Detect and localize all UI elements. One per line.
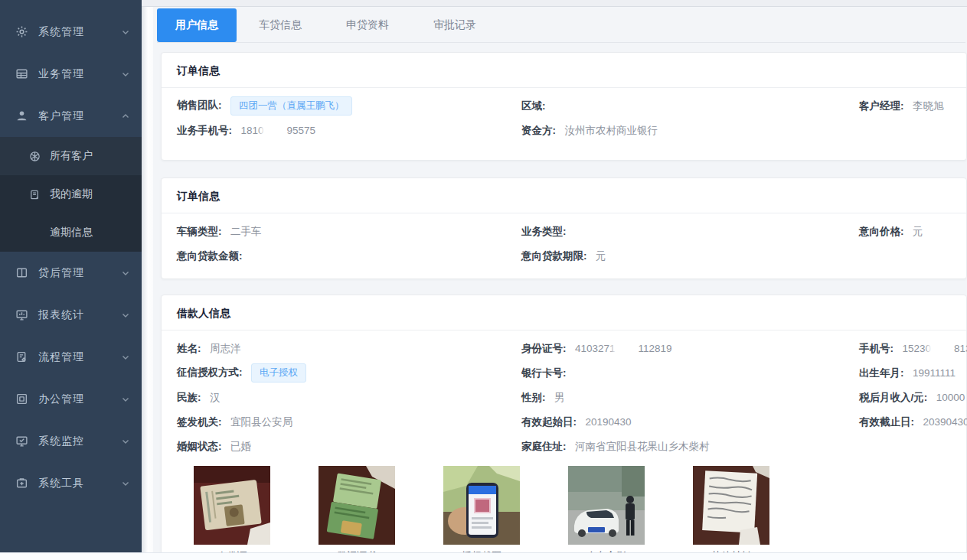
vehicle-type-label: 车辆类型:: [177, 226, 222, 237]
sidebar-item-system-tools[interactable]: 系统工具: [0, 462, 142, 504]
gear-icon: [15, 25, 28, 38]
person-with-car-photo-thumbnail[interactable]: [568, 466, 645, 545]
intent-loan-term-value: 元: [596, 250, 606, 262]
valid-from-value: 20190430: [585, 416, 631, 428]
chevron-down-icon: [122, 480, 129, 487]
detail-tab-bar: 用户信息 车贷信息 申贷资料 审批记录: [157, 8, 965, 43]
sidebar-item-label: 系统监控: [38, 435, 122, 448]
chevron-up-icon: [122, 112, 129, 120]
id-number-label: 身份证号:: [521, 343, 567, 354]
office-icon: [15, 392, 28, 405]
sidebar-item-office-management[interactable]: 办公管理: [0, 378, 142, 420]
business-phone-value: 181095575: [240, 125, 315, 136]
tab-loan-application-docs[interactable]: 申贷资料: [324, 8, 411, 42]
gender-value: 男: [554, 392, 565, 403]
authorization-screenshot-image: [443, 466, 520, 545]
intent-loan-amount-label: 意向贷款金额:: [177, 250, 243, 262]
overdue-book-icon: [29, 189, 41, 200]
redaction-blur: [264, 125, 287, 135]
tab-car-loan-info[interactable]: 车贷信息: [237, 8, 324, 42]
sidebar-subitem-my-overdue[interactable]: 我的逾期: [0, 175, 142, 213]
workflow-icon: [15, 350, 28, 363]
name-value: 周志洋: [210, 343, 241, 354]
authorization-screenshot-thumbnail[interactable]: [443, 466, 520, 545]
handwritten-document-photo-image: [693, 466, 769, 545]
customers-icon: [29, 151, 41, 162]
region-label: 区域:: [521, 100, 546, 112]
birth-date-value: 19911111: [913, 367, 956, 379]
id-number-value: 4103271112819: [575, 343, 672, 354]
marital-status-label: 婚姻状态:: [177, 441, 222, 452]
sidebar-item-label: 办公管理: [38, 392, 122, 406]
card-title: 借款人信息: [162, 295, 966, 330]
sidebar-item-report-statistics[interactable]: 报表统计: [0, 294, 142, 336]
toolbox-icon: [15, 477, 28, 490]
customer-management-submenu: 所有客户 我的逾期 逾期信息: [0, 137, 142, 252]
birth-date-label: 出生年月:: [859, 367, 904, 379]
sidebar-item-customer-management[interactable]: 客户管理: [0, 95, 142, 137]
valid-to-value: 20390430: [923, 416, 967, 428]
bank-card-label: 银行卡号:: [521, 367, 567, 379]
redaction-blur: [931, 343, 954, 353]
chevron-down-icon: [122, 70, 129, 78]
app-window: 系统管理 业务管理 客户管理 所有客户 我的逾期 逾期信息: [0, 0, 967, 560]
card-title: 订单信息: [162, 53, 966, 88]
monthly-income-label: 税后月收入/元:: [859, 392, 927, 403]
sidebar-item-label: 客户管理: [38, 109, 122, 123]
valid-to-label: 有效截止日:: [859, 416, 914, 428]
handwritten-document-photo-thumbnail[interactable]: [693, 466, 769, 545]
vehicle-registration-photo-thumbnail[interactable]: [319, 466, 395, 545]
sidebar-item-label: 报表统计: [38, 308, 122, 322]
mobile-label: 手机号:: [859, 343, 893, 354]
id-card-photo-thumbnail[interactable]: [194, 466, 270, 545]
order-info-card-1: 订单信息 销售团队: 四团一营（直属王鹏飞） 区域: 客户经理: 李晓旭 业务手…: [161, 52, 967, 161]
redaction-blur: [616, 343, 639, 353]
sidebar-scroll-gutter: [142, 0, 153, 560]
user-icon: [15, 109, 28, 122]
horizontal-scrollbar-track[interactable]: [0, 552, 967, 560]
intent-price-value: 元: [913, 226, 923, 237]
sidebar-item-business-management[interactable]: 业务管理: [0, 53, 142, 95]
home-address-value: 河南省宜阳县花果山乡木柴村: [575, 441, 710, 452]
sidebar-subitem-all-customers[interactable]: 所有客户: [0, 137, 142, 175]
monitor-check-icon: [15, 435, 28, 448]
credit-auth-label: 征信授权方式:: [177, 366, 243, 378]
sales-team-tag[interactable]: 四团一营（直属王鹏飞）: [230, 96, 353, 116]
account-manager-label: 客户经理:: [859, 100, 904, 112]
sidebar-item-label: 流程管理: [38, 350, 122, 364]
ethnicity-label: 民族:: [177, 392, 201, 403]
business-phone-label: 业务手机号:: [177, 125, 232, 136]
tab-user-info[interactable]: 用户信息: [157, 8, 237, 42]
sidebar: 系统管理 业务管理 客户管理 所有客户 我的逾期 逾期信息: [0, 0, 142, 560]
home-address-label: 家庭住址:: [521, 441, 567, 452]
issuing-authority-value: 宜阳县公安局: [230, 416, 292, 428]
order-info-card-2: 订单信息 车辆类型: 二手车 业务类型: 意向价格: 元 意向贷款金额:: [161, 177, 967, 279]
name-label: 姓名:: [177, 343, 201, 354]
intent-loan-term-label: 意向贷款期限:: [521, 250, 587, 262]
credit-auth-tag[interactable]: 电子授权: [251, 363, 306, 383]
sidebar-item-label: 系统管理: [38, 25, 122, 39]
account-manager-value: 李晓旭: [913, 100, 944, 112]
monthly-income-value: 10000: [936, 392, 965, 403]
ethnicity-value: 汉: [210, 392, 221, 403]
sidebar-item-system-monitor[interactable]: 系统监控: [0, 420, 142, 462]
sales-team-label: 销售团队:: [177, 99, 222, 111]
sidebar-subitem-label: 我的逾期: [50, 187, 93, 201]
monitor-icon: [15, 308, 28, 321]
chevron-down-icon: [122, 311, 129, 319]
sidebar-item-label: 系统工具: [38, 477, 122, 490]
document-photo-row: [194, 466, 966, 545]
sidebar-item-postloan-management[interactable]: 贷后管理: [0, 252, 142, 294]
sidebar-item-process-management[interactable]: 流程管理: [0, 336, 142, 378]
gender-label: 性别:: [521, 392, 546, 403]
vehicle-registration-photo-image: [319, 466, 395, 545]
sidebar-subitem-overdue-info[interactable]: 逾期信息: [0, 213, 142, 252]
top-divider: [142, 0, 967, 7]
business-type-label: 业务类型:: [521, 226, 567, 237]
borrower-info-card: 借款人信息 姓名: 周志洋 身份证号: 4103271112819 手机号: 1…: [161, 295, 967, 560]
vehicle-type-value: 二手车: [230, 226, 262, 237]
sidebar-item-system-management[interactable]: 系统管理: [0, 11, 142, 53]
tab-approval-records[interactable]: 审批记录: [411, 8, 498, 42]
issuing-authority-label: 签发机关:: [177, 416, 222, 428]
sidebar-subitem-label: 所有客户: [50, 149, 93, 163]
